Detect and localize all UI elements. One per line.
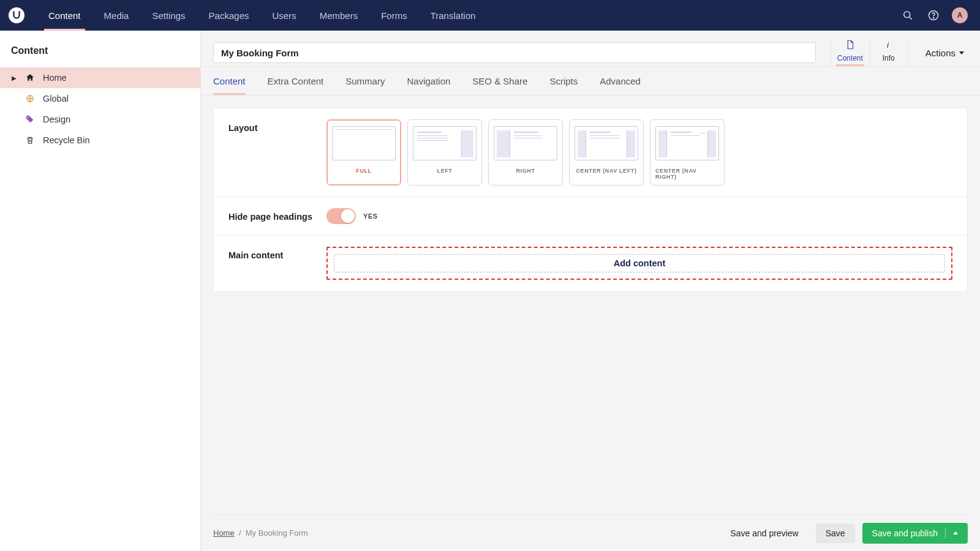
toggle-value-label: YES xyxy=(363,212,378,220)
globe-icon xyxy=(24,93,36,104)
layout-option-label: CENTER (NAV LEFT) xyxy=(576,168,636,174)
trash-icon xyxy=(24,135,36,146)
breadcrumb: Home / My Booking Form xyxy=(213,528,308,538)
svg-point-3 xyxy=(933,18,933,18)
user-avatar[interactable]: A xyxy=(952,7,968,23)
actions-label: Actions xyxy=(925,48,956,58)
add-content-button[interactable]: Add content xyxy=(334,254,945,272)
app-tab-info[interactable]: i Info xyxy=(870,39,908,66)
layout-option-center-nav-right-[interactable]: CENTER (NAV RIGHT) xyxy=(650,119,725,186)
topnav-media[interactable]: Media xyxy=(92,0,141,31)
sub-tab-extra-content[interactable]: Extra Content xyxy=(257,67,335,95)
layout-thumbnail xyxy=(332,126,396,160)
layout-option-full[interactable]: FULL xyxy=(326,119,401,186)
actions-menu[interactable]: Actions xyxy=(925,48,964,58)
topbar: ContentMediaSettingsPackagesUsersMembers… xyxy=(0,0,980,31)
expand-icon[interactable]: ▶ xyxy=(11,75,17,81)
topnav-settings[interactable]: Settings xyxy=(140,0,197,31)
layout-option-label: FULL xyxy=(356,168,371,174)
app-tab-content[interactable]: Content xyxy=(831,39,869,66)
layout-options: FULLLEFTRIGHTCENTER (NAV LEFT)CENTER (NA… xyxy=(326,119,952,186)
save-button[interactable]: Save xyxy=(816,523,855,543)
svg-text:i: i xyxy=(887,40,889,50)
document-name-input[interactable] xyxy=(213,42,816,63)
topnav-translation[interactable]: Translation xyxy=(419,0,488,31)
layout-thumbnail xyxy=(655,126,719,160)
layout-option-label: CENTER (NAV RIGHT) xyxy=(655,168,719,180)
layout-thumbnail xyxy=(413,126,477,160)
tree-node-home[interactable]: ▶Home xyxy=(0,67,200,88)
content-tree: ▶HomeGlobalDesignRecycle Bin xyxy=(0,67,200,151)
properties-panel: Layout FULLLEFTRIGHTCENTER (NAV LEFT)CEN… xyxy=(213,108,968,291)
save-preview-button[interactable]: Save and preview xyxy=(720,523,808,543)
property-label: Layout xyxy=(228,119,326,186)
tree-node-label: Global xyxy=(43,94,69,103)
layout-option-center-nav-left-[interactable]: CENTER (NAV LEFT) xyxy=(569,119,644,186)
layout-option-label: LEFT xyxy=(437,168,453,174)
header-apps: Content i Info xyxy=(831,39,908,66)
add-content-dropzone[interactable]: Add content xyxy=(326,247,952,280)
layout-option-left[interactable]: LEFT xyxy=(407,119,482,186)
app-logo[interactable] xyxy=(9,7,24,23)
tree-node-label: Design xyxy=(43,114,70,124)
tree-node-label: Recycle Bin xyxy=(43,135,90,145)
sub-tab-content[interactable]: Content xyxy=(213,67,257,95)
topnav-content[interactable]: Content xyxy=(37,0,92,31)
info-icon: i xyxy=(883,39,894,52)
tree-node-design[interactable]: Design xyxy=(0,109,200,130)
tree-node-global[interactable]: Global xyxy=(0,88,200,109)
search-icon[interactable] xyxy=(900,8,915,23)
sub-tab-summary[interactable]: Summary xyxy=(334,67,396,95)
hide-headings-toggle[interactable] xyxy=(326,208,356,224)
breadcrumb-link[interactable]: Home xyxy=(213,528,235,538)
sub-tabs: ContentExtra ContentSummaryNavigationSEO… xyxy=(201,67,980,95)
app-tab-label: Info xyxy=(883,54,895,62)
document-header: Content i Info Actions xyxy=(201,31,980,66)
property-layout: Layout FULLLEFTRIGHTCENTER (NAV LEFT)CEN… xyxy=(214,108,967,197)
sidebar-title: Content xyxy=(0,31,200,67)
top-navigation: ContentMediaSettingsPackagesUsersMembers… xyxy=(37,0,487,31)
svg-point-0 xyxy=(904,12,910,18)
app-tab-label: Content xyxy=(837,54,863,62)
tag-icon xyxy=(24,114,36,125)
chevron-up-icon xyxy=(953,531,958,534)
tree-node-label: Home xyxy=(43,73,67,83)
home-icon xyxy=(24,72,36,83)
topnav-members[interactable]: Members xyxy=(308,0,370,31)
breadcrumb-current: My Booking Form xyxy=(246,528,308,538)
sub-tab-scripts[interactable]: Scripts xyxy=(538,67,589,95)
save-publish-button[interactable]: Save and publish xyxy=(862,523,968,544)
property-label: Hide page headings xyxy=(228,208,326,224)
topnav-users[interactable]: Users xyxy=(260,0,307,31)
sub-tab-seo-share[interactable]: SEO & Share xyxy=(461,67,538,95)
property-hide-headings: Hide page headings YES xyxy=(214,197,967,236)
document-icon xyxy=(845,39,856,52)
layout-option-label: RIGHT xyxy=(516,168,535,174)
sidebar: Content ▶HomeGlobalDesignRecycle Bin xyxy=(0,31,201,551)
svg-line-1 xyxy=(910,17,912,20)
layout-option-right[interactable]: RIGHT xyxy=(488,119,563,186)
editor-main: Content i Info Actions ContentExtra Cont… xyxy=(201,31,980,551)
chevron-down-icon xyxy=(959,51,964,54)
layout-thumbnail xyxy=(494,126,557,160)
layout-thumbnail xyxy=(575,126,638,160)
property-main-content: Main content Add content xyxy=(214,236,967,291)
sub-tab-navigation[interactable]: Navigation xyxy=(396,67,461,95)
help-icon[interactable] xyxy=(926,8,941,23)
sub-tab-advanced[interactable]: Advanced xyxy=(589,67,652,95)
topnav-forms[interactable]: Forms xyxy=(369,0,419,31)
property-label: Main content xyxy=(228,247,326,280)
editor-footer: Home / My Booking Form Save and preview … xyxy=(213,514,968,551)
tree-node-recycle-bin[interactable]: Recycle Bin xyxy=(0,130,200,151)
topnav-packages[interactable]: Packages xyxy=(197,0,261,31)
save-publish-label: Save and publish xyxy=(872,528,938,538)
svg-point-5 xyxy=(28,117,29,118)
